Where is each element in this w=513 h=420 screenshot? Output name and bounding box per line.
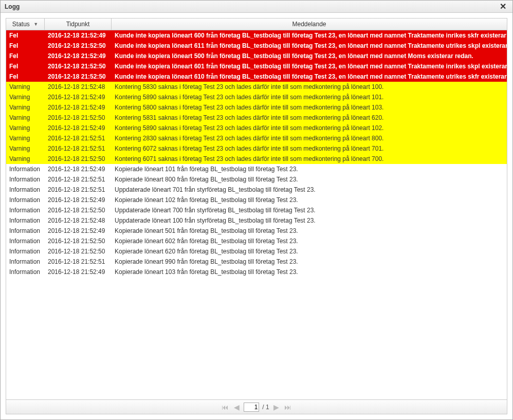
pager-prev-icon[interactable]: ◀ — [233, 403, 241, 411]
close-icon[interactable]: ✕ — [498, 2, 508, 11]
cell-message: Kopierade löneart 602 från företag BL_te… — [112, 236, 507, 246]
cell-message: Kontering 2830 saknas i företag Test 23 … — [112, 133, 507, 143]
cell-status: Fel — [6, 71, 45, 82]
cell-status: Fel — [6, 61, 45, 71]
cell-status: Varning — [6, 113, 45, 123]
cell-time: 2016-12-18 21:52:49 — [45, 51, 112, 61]
cell-time: 2016-12-18 21:52:50 — [45, 71, 112, 82]
cell-time: 2016-12-18 21:52:49 — [45, 267, 112, 277]
cell-time: 2016-12-18 21:52:50 — [45, 246, 112, 257]
grid-header: Status ▼ Tidpunkt Meddelande — [6, 19, 507, 30]
log-dialog: Logg ✕ Status ▼ Tidpunkt Meddelande Fel2… — [0, 0, 513, 420]
table-row[interactable]: Information2016-12-18 21:52:50Uppdaterad… — [6, 205, 507, 215]
cell-status: Fel — [6, 30, 45, 41]
table-row[interactable]: Information2016-12-18 21:52:49Kopierade … — [6, 195, 507, 205]
cell-status: Information — [6, 257, 45, 267]
pager-page-input[interactable] — [244, 403, 259, 412]
table-row[interactable]: Varning2016-12-18 21:52:50Kontering 6071… — [6, 154, 507, 164]
cell-time: 2016-12-18 21:52:50 — [45, 61, 112, 71]
table-row[interactable]: Fel2016-12-18 21:52:49Kunde inte kopiera… — [6, 51, 507, 61]
cell-time: 2016-12-18 21:52:49 — [45, 164, 112, 174]
cell-message: Uppdaterade löneart 701 från styrföretag… — [112, 185, 507, 195]
table-row[interactable]: Varning2016-12-18 21:52:50Kontering 5831… — [6, 113, 507, 123]
cell-status: Information — [6, 215, 45, 226]
column-label: Meddelande — [292, 21, 326, 28]
cell-message: Kontering 5830 saknas i företag Test 23 … — [112, 82, 507, 92]
pager-first-icon[interactable]: ⏮ — [221, 403, 230, 411]
cell-status: Information — [6, 205, 45, 215]
table-row[interactable]: Information2016-12-18 21:52:51Kopierade … — [6, 257, 507, 267]
cell-message: Kopierade löneart 800 från företag BL_te… — [112, 174, 507, 185]
cell-status: Varning — [6, 154, 45, 164]
column-header-time[interactable]: Tidpunkt — [45, 19, 112, 30]
table-row[interactable]: Varning2016-12-18 21:52:49Kontering 5890… — [6, 123, 507, 133]
table-row[interactable]: Information2016-12-18 21:52:49Kopierade … — [6, 164, 507, 174]
table-row[interactable]: Varning2016-12-18 21:52:49Kontering 5890… — [6, 92, 507, 102]
column-header-status[interactable]: Status ▼ — [6, 19, 45, 30]
cell-message: Kopierade löneart 501 från företag BL_te… — [112, 226, 507, 236]
cell-message: Kunde inte kopiera löneart 601 från före… — [112, 61, 507, 71]
table-row[interactable]: Varning2016-12-18 21:52:48Kontering 5830… — [6, 82, 507, 92]
cell-time: 2016-12-18 21:52:49 — [45, 195, 112, 205]
cell-message: Kopierade löneart 102 från företag BL_te… — [112, 195, 507, 205]
table-row[interactable]: Information2016-12-18 21:52:50Kopierade … — [6, 236, 507, 246]
cell-time: 2016-12-18 21:52:49 — [45, 30, 112, 41]
cell-time: 2016-12-18 21:52:50 — [45, 236, 112, 246]
cell-time: 2016-12-18 21:52:50 — [45, 154, 112, 164]
grid-body[interactable]: Fel2016-12-18 21:52:49Kunde inte kopiera… — [6, 30, 507, 399]
table-row[interactable]: Information2016-12-18 21:52:51Kopierade … — [6, 174, 507, 185]
pager-last-icon[interactable]: ⏭ — [283, 403, 292, 411]
column-header-message[interactable]: Meddelande — [112, 19, 507, 30]
cell-message: Kunde inte kopiera löneart 610 från före… — [112, 71, 507, 82]
cell-message: Kontering 5890 saknas i företag Test 23 … — [112, 92, 507, 102]
cell-time: 2016-12-18 21:52:48 — [45, 215, 112, 226]
log-grid: Status ▼ Tidpunkt Meddelande Fel2016-12-… — [6, 18, 507, 414]
cell-time: 2016-12-18 21:52:49 — [45, 123, 112, 133]
cell-time: 2016-12-18 21:52:50 — [45, 205, 112, 215]
cell-status: Information — [6, 164, 45, 174]
cell-message: Kontering 6071 saknas i företag Test 23 … — [112, 154, 507, 164]
cell-status: Information — [6, 185, 45, 195]
table-row[interactable]: Information2016-12-18 21:52:49Kopierade … — [6, 267, 507, 277]
table-row[interactable]: Varning2016-12-18 21:52:51Kontering 2830… — [6, 133, 507, 143]
cell-message: Uppdaterade löneart 700 från styrföretag… — [112, 205, 507, 215]
cell-message: Kunde inte kopiera löneart 600 från före… — [112, 30, 507, 41]
cell-status: Information — [6, 174, 45, 185]
cell-time: 2016-12-18 21:52:49 — [45, 226, 112, 236]
cell-message: Kontering 5890 saknas i företag Test 23 … — [112, 123, 507, 133]
table-row[interactable]: Varning2016-12-18 21:52:51Kontering 6072… — [6, 143, 507, 154]
cell-status: Varning — [6, 143, 45, 154]
cell-status: Information — [6, 195, 45, 205]
cell-message: Kontering 6072 saknas i företag Test 23 … — [112, 143, 507, 154]
cell-status: Fel — [6, 41, 45, 51]
cell-status: Varning — [6, 92, 45, 102]
cell-time: 2016-12-18 21:52:50 — [45, 41, 112, 51]
table-row[interactable]: Information2016-12-18 21:52:50Kopierade … — [6, 246, 507, 257]
cell-status: Fel — [6, 51, 45, 61]
cell-message: Kopierade löneart 990 från företag BL_te… — [112, 257, 507, 267]
table-row[interactable]: Fel2016-12-18 21:52:50Kunde inte kopiera… — [6, 41, 507, 51]
table-row[interactable]: Information2016-12-18 21:52:51Uppdaterad… — [6, 185, 507, 195]
table-row[interactable]: Varning2016-12-18 21:52:49Kontering 5800… — [6, 102, 507, 113]
cell-time: 2016-12-18 21:52:51 — [45, 133, 112, 143]
pager-next-icon[interactable]: ▶ — [272, 403, 280, 411]
cell-status: Information — [6, 246, 45, 257]
cell-status: Information — [6, 236, 45, 246]
cell-status: Varning — [6, 133, 45, 143]
cell-time: 2016-12-18 21:52:51 — [45, 257, 112, 267]
titlebar[interactable]: Logg ✕ — [1, 1, 512, 13]
table-row[interactable]: Information2016-12-18 21:52:48Uppdaterad… — [6, 215, 507, 226]
table-row[interactable]: Fel2016-12-18 21:52:50Kunde inte kopiera… — [6, 61, 507, 71]
table-row[interactable]: Information2016-12-18 21:52:49Kopierade … — [6, 226, 507, 236]
cell-time: 2016-12-18 21:52:51 — [45, 185, 112, 195]
cell-time: 2016-12-18 21:52:48 — [45, 82, 112, 92]
column-label: Status — [12, 21, 30, 28]
table-row[interactable]: Fel2016-12-18 21:52:50Kunde inte kopiera… — [6, 71, 507, 82]
column-label: Tidpunkt — [66, 21, 90, 28]
cell-time: 2016-12-18 21:52:51 — [45, 174, 112, 185]
dialog-content: Status ▼ Tidpunkt Meddelande Fel2016-12-… — [1, 13, 512, 419]
cell-message: Kopierade löneart 103 från företag BL_te… — [112, 267, 507, 277]
pager-total: / 1 — [262, 404, 269, 411]
table-row[interactable]: Fel2016-12-18 21:52:49Kunde inte kopiera… — [6, 30, 507, 41]
cell-status: Varning — [6, 123, 45, 133]
